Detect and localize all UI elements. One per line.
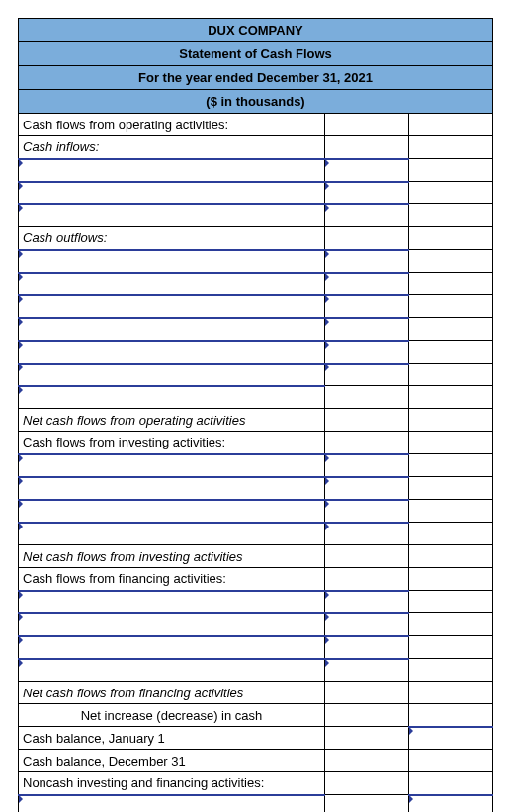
row-value-2 [409, 159, 493, 182]
row-value-2 [409, 295, 493, 318]
row-value-2 [409, 114, 493, 136]
row-label[interactable] [19, 386, 325, 409]
row-value-1 [325, 795, 409, 813]
row-value-1[interactable] [325, 636, 409, 659]
row-value-2 [409, 136, 493, 159]
row-value-1[interactable] [325, 182, 409, 204]
row-value-2[interactable] [409, 727, 493, 750]
row-value-1 [325, 136, 409, 159]
row-value-1[interactable] [325, 477, 409, 500]
row-value-1[interactable] [325, 500, 409, 523]
row-label[interactable] [19, 454, 325, 477]
row-value-2 [409, 682, 493, 704]
row-label[interactable] [19, 500, 325, 523]
row-label: Cash balance, December 31 [19, 750, 325, 772]
row-label[interactable] [19, 204, 325, 227]
row-value-2 [409, 500, 493, 523]
row-label[interactable] [19, 250, 325, 273]
row-value-2[interactable] [409, 795, 493, 813]
row-value-2 [409, 613, 493, 636]
row-value-2 [409, 591, 493, 613]
row-label[interactable] [19, 477, 325, 500]
row-value-2 [409, 182, 493, 204]
row-value-1[interactable] [325, 318, 409, 341]
row-value-1 [325, 432, 409, 454]
row-value-2 [409, 318, 493, 341]
row-value-1 [325, 545, 409, 568]
row-value-2 [409, 750, 493, 772]
row-label[interactable] [19, 795, 325, 813]
row-value-1[interactable] [325, 523, 409, 545]
header-title: Statement of Cash Flows [19, 42, 493, 66]
row-value-1[interactable] [325, 204, 409, 227]
row-value-1 [325, 772, 409, 795]
row-value-1 [325, 682, 409, 704]
header-units: ($ in thousands) [19, 90, 493, 114]
row-value-2 [409, 636, 493, 659]
row-label: Net cash flows from investing activities [19, 545, 325, 568]
row-value-2 [409, 364, 493, 386]
row-value-1 [325, 114, 409, 136]
row-label: Cash flows from financing activities: [19, 568, 325, 591]
row-label: Noncash investing and financing activiti… [19, 772, 325, 795]
row-value-2 [409, 454, 493, 477]
row-value-2 [409, 227, 493, 250]
row-value-1 [325, 568, 409, 591]
row-label: Net cash flows from operating activities [19, 409, 325, 432]
row-value-1[interactable] [325, 159, 409, 182]
row-value-1 [325, 386, 409, 409]
row-value-1[interactable] [325, 295, 409, 318]
row-value-2 [409, 273, 493, 295]
row-label[interactable] [19, 364, 325, 386]
row-value-1[interactable] [325, 250, 409, 273]
row-label: Cash balance, January 1 [19, 727, 325, 750]
row-value-1[interactable] [325, 591, 409, 613]
row-value-1 [325, 227, 409, 250]
row-value-2 [409, 386, 493, 409]
row-value-1 [325, 727, 409, 750]
row-value-2 [409, 204, 493, 227]
row-value-2 [409, 523, 493, 545]
row-value-1[interactable] [325, 454, 409, 477]
row-value-1 [325, 409, 409, 432]
row-label[interactable] [19, 273, 325, 295]
row-value-2 [409, 659, 493, 682]
row-value-2 [409, 477, 493, 500]
row-value-2 [409, 545, 493, 568]
header-company: DUX COMPANY [19, 19, 493, 42]
row-value-1[interactable] [325, 364, 409, 386]
row-label[interactable] [19, 636, 325, 659]
row-value-2 [409, 432, 493, 454]
row-label[interactable] [19, 182, 325, 204]
row-label[interactable] [19, 591, 325, 613]
row-label: Cash flows from investing activities: [19, 432, 325, 454]
row-value-1 [325, 704, 409, 727]
row-label[interactable]: Net increase (decrease) in cash [19, 704, 325, 727]
row-label: Cash flows from operating activities: [19, 114, 325, 136]
row-label[interactable] [19, 318, 325, 341]
row-value-1[interactable] [325, 659, 409, 682]
row-value-2 [409, 250, 493, 273]
row-label[interactable] [19, 613, 325, 636]
cash-flow-statement-table: DUX COMPANY Statement of Cash Flows For … [18, 18, 493, 812]
row-label[interactable] [19, 341, 325, 364]
row-value-1 [325, 750, 409, 772]
row-value-2 [409, 568, 493, 591]
row-value-2 [409, 409, 493, 432]
row-label[interactable] [19, 659, 325, 682]
row-label: Cash inflows: [19, 136, 325, 159]
header-period: For the year ended December 31, 2021 [19, 66, 493, 90]
row-label[interactable] [19, 159, 325, 182]
row-value-2 [409, 704, 493, 727]
row-value-1[interactable] [325, 273, 409, 295]
row-label[interactable] [19, 523, 325, 545]
row-value-1[interactable] [325, 341, 409, 364]
row-value-1[interactable] [325, 613, 409, 636]
row-value-2 [409, 772, 493, 795]
row-label: Net cash flows from financing activities [19, 682, 325, 704]
row-label[interactable] [19, 295, 325, 318]
row-label: Cash outflows: [19, 227, 325, 250]
row-value-2 [409, 341, 493, 364]
